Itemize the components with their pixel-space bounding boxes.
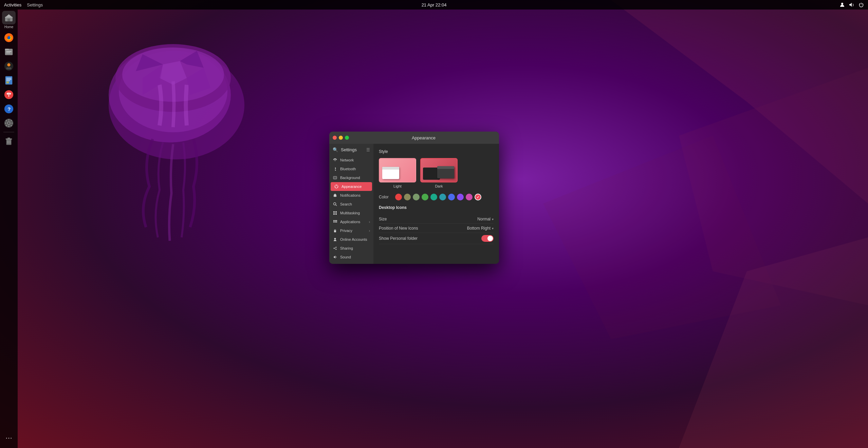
color-swatch-sage[interactable]: [413, 194, 420, 200]
svg-point-51: [334, 203, 336, 205]
svg-text:?: ?: [7, 106, 11, 112]
style-section-title: Style: [379, 149, 494, 154]
svg-rect-63: [334, 230, 336, 232]
svg-line-68: [335, 248, 336, 248]
privacy-icon: [333, 228, 337, 233]
sidebar-item-sound-label: Sound: [340, 255, 351, 259]
color-swatch-green[interactable]: [422, 194, 428, 200]
dock-item-settings[interactable]: [2, 116, 16, 130]
sidebar-item-notifications-label: Notifications: [340, 193, 361, 197]
svg-rect-61: [335, 221, 336, 222]
svg-rect-62: [336, 221, 337, 222]
dock-item-trash[interactable]: [2, 134, 16, 148]
size-label: Size: [379, 217, 387, 221]
sidebar-item-appearance-label: Appearance: [341, 184, 362, 189]
color-swatch-teal[interactable]: [430, 194, 437, 200]
dock-item-files[interactable]: [2, 45, 16, 59]
style-light-preview[interactable]: [379, 158, 416, 182]
color-swatch-red[interactable]: [475, 194, 481, 200]
svg-rect-17: [7, 19, 10, 21]
dock-item-print[interactable]: [2, 59, 16, 73]
sidebar-item-sound[interactable]: Sound: [329, 253, 373, 261]
sidebar-menu-icon[interactable]: ☰: [366, 148, 370, 152]
sidebar-item-privacy[interactable]: Privacy ›: [329, 226, 373, 235]
maximize-button[interactable]: [345, 136, 349, 140]
color-row: Color: [379, 194, 494, 200]
sidebar-item-online-accounts[interactable]: Online Accounts: [329, 235, 373, 244]
dark-window-front: [437, 166, 454, 178]
search-icon: [333, 202, 337, 207]
color-swatch-purple[interactable]: [457, 194, 464, 200]
dock-item-help[interactable]: ?: [2, 102, 16, 116]
appearance-icon: [334, 184, 339, 189]
personal-folder-toggle[interactable]: [481, 235, 494, 242]
sidebar-search-icon[interactable]: 🔍: [333, 147, 338, 152]
color-swatch-pink[interactable]: [466, 194, 473, 200]
datetime-label: 21 Apr 22:04: [422, 2, 447, 7]
sidebar-header: 🔍 Settings ☰: [329, 145, 373, 154]
svg-point-38: [8, 122, 10, 124]
position-value: Bottom Right: [467, 226, 491, 231]
sidebar-item-background-label: Background: [340, 176, 360, 180]
position-row: Position of New Icons Bottom Right ▾: [379, 224, 494, 233]
user-icon[interactable]: [839, 2, 845, 7]
sidebar-item-sharing[interactable]: Sharing: [329, 244, 373, 253]
sidebar-item-bluetooth[interactable]: Bluetooth: [329, 164, 373, 173]
position-dropdown[interactable]: Bottom Right ▾: [467, 226, 494, 231]
sidebar-item-applications[interactable]: Applications ›: [329, 217, 373, 226]
sidebar-item-search[interactable]: Search: [329, 200, 373, 209]
titlebar-buttons: [333, 136, 349, 140]
bluetooth-icon: [333, 167, 337, 171]
applications-icon: [333, 219, 337, 224]
style-dark-preview[interactable]: [420, 158, 458, 182]
color-swatch-blue[interactable]: [448, 194, 455, 200]
sidebar-item-multitasking[interactable]: Multitasking: [329, 209, 373, 217]
applications-arrow: ›: [369, 220, 370, 224]
sidebar-item-multitasking-label: Multitasking: [340, 211, 360, 215]
style-light[interactable]: Light: [379, 158, 416, 188]
svg-point-26: [7, 63, 10, 66]
sidebar-item-network[interactable]: Network: [329, 156, 373, 164]
svg-rect-46: [333, 176, 337, 179]
style-thumbnails: Light Dark: [379, 158, 494, 188]
sidebar-item-privacy-label: Privacy: [340, 229, 352, 233]
sidebar-item-appearance[interactable]: Appearance: [331, 182, 372, 191]
sidebar-item-sharing-label: Sharing: [340, 246, 353, 250]
sidebar-item-bluetooth-label: Bluetooth: [340, 167, 356, 171]
settings-titlebar: Appearance: [329, 132, 499, 144]
settings-window: Appearance 🔍 Settings ☰ Network: [329, 132, 499, 264]
svg-rect-59: [336, 220, 337, 221]
svg-point-65: [336, 247, 337, 248]
dock-item-home[interactable]: Home: [2, 11, 16, 29]
svg-rect-56: [335, 213, 337, 215]
power-icon[interactable]: [858, 2, 864, 7]
personal-folder-row: Show Personal folder: [379, 233, 494, 244]
size-chevron: ▾: [492, 217, 494, 221]
svg-text:W: W: [6, 81, 9, 84]
dock-item-software[interactable]: [2, 88, 16, 101]
minimize-button[interactable]: [339, 136, 343, 140]
sidebar-item-online-accounts-label: Online Accounts: [340, 237, 367, 241]
svg-rect-22: [5, 49, 9, 50]
dock-item-writer[interactable]: W: [2, 74, 16, 87]
color-swatch-olive[interactable]: [404, 194, 411, 200]
size-dropdown[interactable]: Normal ▾: [477, 217, 494, 221]
svg-point-67: [336, 249, 337, 250]
color-swatch-cyan[interactable]: [439, 194, 446, 200]
svg-marker-16: [5, 14, 13, 18]
multitasking-icon: [333, 211, 337, 215]
dock-item-firefox[interactable]: [2, 31, 16, 44]
sidebar-item-background[interactable]: Background: [329, 173, 373, 182]
dock: Home W: [0, 9, 18, 448]
style-dark[interactable]: Dark: [420, 158, 458, 188]
sidebar-item-network-label: Network: [340, 158, 354, 162]
volume-icon[interactable]: [849, 2, 854, 7]
power-sidebar-icon: [333, 264, 337, 264]
activities-label[interactable]: Activities: [4, 2, 21, 7]
sidebar-item-power[interactable]: Power: [329, 261, 373, 264]
sidebar-item-notifications[interactable]: Notifications: [329, 191, 373, 200]
svg-point-64: [334, 238, 336, 240]
close-button[interactable]: [333, 136, 337, 140]
dock-item-apps-grid[interactable]: ⋯: [2, 431, 16, 445]
color-swatch-orange-red[interactable]: [395, 194, 402, 200]
